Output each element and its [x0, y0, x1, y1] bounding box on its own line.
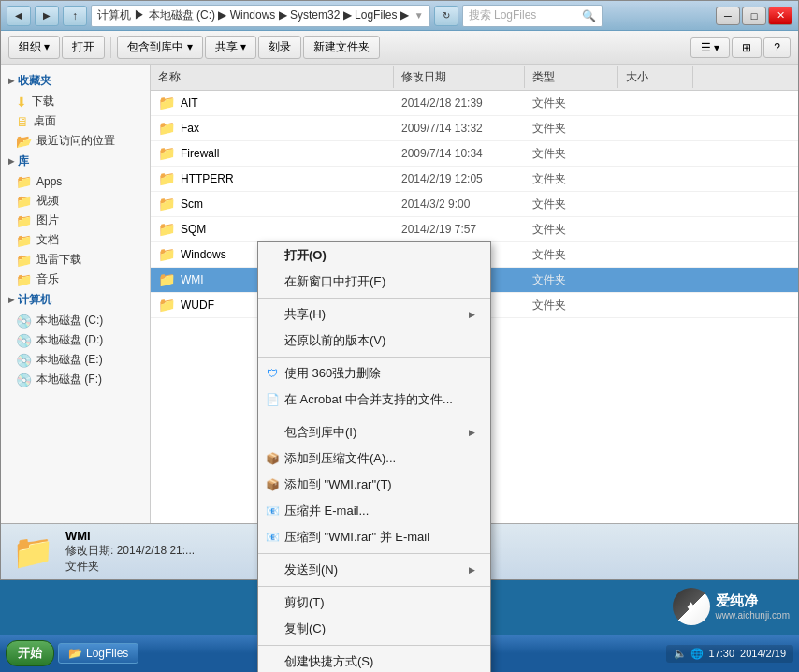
file-size-cell [618, 303, 693, 307]
folder-icon: 📁 [158, 196, 176, 212]
folder-icon: 📁 [158, 297, 176, 314]
drive-c-icon: 💿 [16, 314, 32, 329]
context-menu-item[interactable]: 剪切(T) [258, 590, 490, 616]
organize-label: 组织 ▾ [19, 39, 50, 55]
ctx-item-label: 使用 360强力删除 [284, 365, 381, 382]
context-menu-item[interactable]: 🛡使用 360强力删除 [258, 360, 490, 387]
context-menu-item[interactable]: 共享(H) [258, 301, 490, 328]
new-folder-label: 新建文件夹 [313, 39, 370, 55]
col-type-header[interactable]: 类型 [525, 66, 618, 88]
forward-button[interactable]: ▶ [35, 6, 59, 26]
sidebar-label-apps: Apps [36, 175, 62, 188]
up-button[interactable]: ↑ [63, 6, 87, 26]
context-menu-item[interactable]: 包含到库中(I) [258, 419, 490, 446]
file-name-label: Firewall [181, 147, 219, 160]
back-button[interactable]: ◀ [7, 6, 31, 26]
col-size-header[interactable]: 大小 [618, 66, 693, 88]
context-menu-item[interactable]: 📦添加到压缩文件(A)... [258, 446, 490, 472]
file-size-cell [618, 152, 693, 155]
file-name-cell: 📁 Scm [151, 194, 394, 214]
ctx-item-icon: 📦 [264, 452, 281, 465]
help-button[interactable]: ? [763, 37, 791, 58]
sidebar-item-music[interactable]: 📁 音乐 [1, 270, 150, 289]
folder-icon: 📁 [158, 145, 176, 162]
maximize-button[interactable]: □ [742, 7, 766, 25]
col-modified-header[interactable]: 修改日期 [394, 66, 525, 88]
share-label: 共享 ▾ [215, 39, 246, 55]
drive-d-icon: 💿 [16, 333, 32, 348]
ctx-item-icon: 📄 [264, 393, 281, 406]
sidebar-item-drive-d[interactable]: 💿 本地磁盘 (D:) [1, 330, 150, 350]
file-type-cell: 文件夹 [525, 169, 618, 189]
context-menu-separator [258, 357, 490, 358]
ctx-item-label: 创建快捷方式(S) [284, 653, 373, 670]
taskbar-window-item[interactable]: 📂 LogFiles [58, 643, 138, 664]
sidebar-label-docs: 文档 [36, 232, 59, 248]
title-bar: ◀ ▶ ↑ 计算机 ▶ 本地磁盘 (C:) ▶ Windows ▶ System… [1, 1, 798, 31]
address-bar[interactable]: 计算机 ▶ 本地磁盘 (C:) ▶ Windows ▶ System32 ▶ L… [91, 5, 430, 27]
sidebar-label-drive-c: 本地磁盘 (C:) [36, 313, 103, 329]
library-header[interactable]: 库 [1, 151, 150, 172]
sidebar-item-pictures[interactable]: 📁 图片 [1, 211, 150, 230]
open-button[interactable]: 打开 [62, 36, 105, 59]
view-button[interactable]: ☰ ▾ [690, 37, 730, 58]
refresh-button[interactable]: ↻ [434, 6, 458, 26]
sidebar-item-docs[interactable]: 📁 文档 [1, 230, 150, 250]
context-menu-item[interactable]: 创建快捷方式(S) [258, 649, 490, 672]
sidebar-item-desktop[interactable]: 🖥 桌面 [1, 111, 150, 131]
sidebar-item-download[interactable]: ⬇ 下载 [1, 92, 150, 111]
start-button[interactable]: 开始 [6, 640, 54, 666]
docs-folder-icon: 📁 [16, 233, 32, 248]
file-date-cell: 2014/2/18 21:39 [394, 95, 525, 111]
table-row[interactable]: 📁 SQM 2014/2/19 7:57 文件夹 [151, 217, 798, 242]
favorites-header[interactable]: 收藏夹 [1, 70, 150, 92]
sidebar-item-apps[interactable]: 📁 Apps [1, 172, 150, 191]
file-type-cell: 文件夹 [525, 195, 618, 214]
context-menu-item[interactable]: 打开(O) [258, 242, 490, 269]
share-button[interactable]: 共享 ▾ [205, 36, 256, 59]
sidebar-item-drive-e[interactable]: 💿 本地磁盘 (E:) [1, 350, 150, 370]
burn-button[interactable]: 刻录 [258, 36, 301, 59]
computer-header[interactable]: 计算机 [1, 289, 150, 311]
minimize-button[interactable]: ─ [716, 7, 740, 25]
organize-button[interactable]: 组织 ▾ [8, 36, 60, 59]
context-menu-item[interactable]: 📧压缩并 E-mail... [258, 498, 490, 524]
table-row[interactable]: 📁 Scm 2014/3/2 9:00 文件夹 [151, 192, 798, 217]
sidebar-item-drive-c[interactable]: 💿 本地磁盘 (C:) [1, 311, 150, 330]
sidebar-item-video[interactable]: 📁 视频 [1, 191, 150, 211]
status-folder-name: WMI [65, 529, 195, 543]
ctx-item-label: 在新窗口中打开(E) [284, 273, 385, 290]
layout-button[interactable]: ⊞ [732, 37, 762, 58]
new-folder-button[interactable]: 新建文件夹 [303, 36, 380, 59]
sidebar-item-recent[interactable]: 📂 最近访问的位置 [1, 131, 150, 151]
sidebar-item-thunder[interactable]: 📁 迅雷下载 [1, 250, 150, 270]
context-menu-item[interactable]: 复制(C) [258, 616, 490, 642]
context-menu-item[interactable]: 📄在 Acrobat 中合并支持的文件... [258, 387, 490, 413]
file-type-cell: 文件夹 [525, 119, 618, 139]
sidebar-label-drive-e: 本地磁盘 (E:) [36, 352, 103, 368]
sidebar-item-drive-f[interactable]: 💿 本地磁盘 (F:) [1, 370, 150, 389]
table-row[interactable]: 📁 Firewall 2009/7/14 10:34 文件夹 [151, 141, 798, 167]
context-menu-item[interactable]: 📧压缩到 "WMI.rar" 并 E-mail [258, 524, 490, 550]
close-button[interactable]: ✕ [768, 7, 792, 25]
context-menu-item[interactable]: 发送到(N) [258, 557, 490, 583]
taskbar-date: 2014/2/19 [740, 648, 786, 659]
view-dropdown-icon: ▾ [714, 41, 719, 54]
col-name-header[interactable]: 名称 [151, 66, 394, 88]
context-menu-item[interactable]: 在新窗口中打开(E) [258, 269, 490, 295]
table-row[interactable]: 📁 Fax 2009/7/14 13:32 文件夹 [151, 116, 798, 141]
context-menu-item[interactable]: 还原以前的版本(V) [258, 328, 490, 354]
ctx-item-label: 包含到库中(I) [284, 424, 356, 441]
folder-icon: 📁 [158, 120, 176, 137]
search-bar[interactable]: 搜索 LogFiles 🔍 [462, 5, 603, 27]
title-bar-left: ◀ ▶ ↑ 计算机 ▶ 本地磁盘 (C:) ▶ Windows ▶ System… [7, 5, 603, 27]
table-row[interactable]: 📁 AIT 2014/2/18 21:39 文件夹 [151, 91, 798, 116]
include-library-button[interactable]: 包含到库中 ▾ [117, 36, 202, 59]
file-date-cell: 2009/7/14 10:34 [394, 145, 525, 162]
view-icon: ☰ [701, 41, 711, 54]
watermark-icon: ♦ [673, 588, 710, 625]
context-menu-item[interactable]: 📦添加到 "WMI.rar"(T) [258, 472, 490, 498]
thunder-folder-icon: 📁 [16, 253, 32, 268]
file-name-label: Windows [181, 248, 226, 261]
table-row[interactable]: 📁 HTTPERR 2014/2/19 12:05 文件夹 [151, 167, 798, 192]
